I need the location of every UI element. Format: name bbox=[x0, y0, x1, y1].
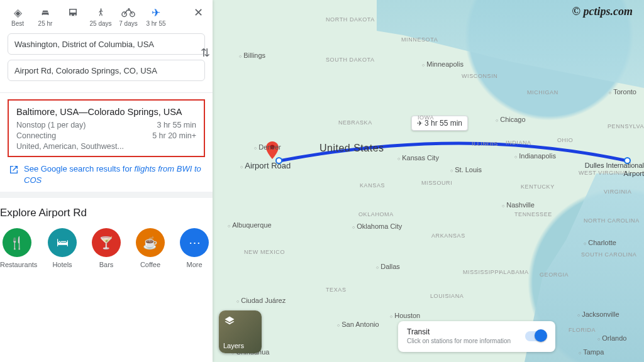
state-nd: NORTH DAKOTA bbox=[326, 16, 375, 23]
state-al: ALABAMA bbox=[499, 269, 529, 275]
open-in-new-icon bbox=[9, 165, 19, 175]
state-pa: PENNSYLVANIA bbox=[608, 123, 644, 129]
travel-mode-row: ◈ Best 25 hr 25 days bbox=[0, 0, 213, 32]
fork-knife-icon: 🍴 bbox=[9, 236, 25, 250]
transit-icon bbox=[59, 6, 87, 19]
google-flights-link[interactable]: See Google search results for flights fr… bbox=[0, 162, 213, 192]
swap-button[interactable]: ⇅ bbox=[195, 43, 215, 63]
state-ky: KENTUCKY bbox=[521, 184, 555, 190]
flight-summary-highlight[interactable]: Baltimore, USA—Colorado Springs, USA Non… bbox=[8, 99, 205, 157]
city-abq: Albuquerque bbox=[228, 221, 272, 229]
close-directions[interactable]: ✕ bbox=[187, 5, 209, 20]
state-sd: SOUTH DAKOTA bbox=[326, 57, 375, 63]
chip-label: More bbox=[179, 261, 210, 268]
state-ar: ARKANSAS bbox=[431, 233, 465, 239]
city-sanant: San Antonio bbox=[337, 321, 379, 328]
chip-label: Bars bbox=[91, 261, 122, 268]
cocktail-icon: 🍸 bbox=[99, 236, 114, 250]
city-hou: Houston bbox=[390, 312, 420, 319]
more-icon: ⋯ bbox=[189, 236, 201, 250]
great-lakes bbox=[377, 0, 644, 88]
origin-input[interactable]: Washington, District of Columbia, USA bbox=[8, 33, 205, 55]
airlines-list: United, American, Southwest... bbox=[16, 142, 196, 151]
chip-bars[interactable]: 🍸 Bars bbox=[91, 228, 122, 268]
mode-transit[interactable] bbox=[59, 5, 87, 21]
state-mo: MISSOURI bbox=[421, 180, 452, 186]
state-ok: OKLAHOMA bbox=[358, 211, 394, 217]
walk-icon bbox=[87, 6, 114, 19]
state-ia: IOWA bbox=[418, 114, 434, 121]
state-mi: MICHIGAN bbox=[527, 89, 558, 96]
connecting-time: 5 hr 20 min+ bbox=[152, 131, 196, 140]
city-billings: Billings bbox=[239, 52, 265, 59]
best-icon: ◈ bbox=[4, 6, 31, 19]
layers-label: Layers bbox=[223, 342, 244, 349]
state-ks: KANSAS bbox=[360, 182, 385, 189]
chip-label: Hotels bbox=[47, 261, 78, 268]
svg-point-4 bbox=[128, 8, 130, 10]
state-oh: OHIO bbox=[557, 137, 573, 143]
city-okc: Oklahoma City bbox=[352, 222, 402, 230]
route-inputs: Washington, District of Columbia, USA Ai… bbox=[0, 32, 213, 89]
explore-heading: Explore Airport Rd bbox=[0, 198, 213, 223]
transit-subtitle: Click on stations for more information bbox=[407, 337, 525, 344]
destination-pin bbox=[266, 141, 279, 159]
flights-link-text: See Google search results for flights fr… bbox=[24, 163, 204, 185]
city-dallas: Dallas bbox=[376, 263, 400, 270]
map-canvas[interactable]: ✈3 hr 55 min United States Airport Road … bbox=[213, 0, 644, 362]
city-toronto: Toronto bbox=[609, 88, 636, 96]
close-icon: ✕ bbox=[187, 6, 209, 19]
state-tx: TEXAS bbox=[326, 287, 347, 293]
nonstop-time: 3 hr 55 min bbox=[157, 121, 196, 129]
route-duration-bubble: ✈3 hr 55 min bbox=[411, 116, 468, 131]
plane-icon: ✈ bbox=[142, 6, 170, 19]
state-ms: MISSISSIPPI bbox=[463, 269, 501, 275]
mode-walk[interactable]: 25 days bbox=[87, 5, 114, 28]
city-kc: Kansas City bbox=[397, 154, 439, 162]
svg-point-0 bbox=[270, 145, 275, 150]
state-tn: TENNESSEE bbox=[514, 211, 552, 217]
state-il: ILLINOIS bbox=[472, 141, 498, 147]
city-juarez: Ciudad Juárez bbox=[236, 297, 286, 304]
plane-icon: ✈ bbox=[417, 119, 423, 127]
coffee-icon: ☕ bbox=[143, 236, 158, 250]
city-denver: Denver bbox=[254, 143, 281, 151]
section-separator bbox=[0, 192, 213, 198]
car-icon bbox=[31, 6, 59, 19]
chip-restaurants[interactable]: 🍴 Restaurants bbox=[0, 228, 34, 268]
chip-more[interactable]: ⋯ More bbox=[179, 228, 210, 268]
city-stl: St. Louis bbox=[450, 166, 482, 173]
mode-best[interactable]: ◈ Best bbox=[4, 5, 31, 28]
chip-label: Restaurants bbox=[0, 261, 34, 268]
explore-chips: 🍴 Restaurants 🛏 Hotels 🍸 Bars ☕ Coffee ⋯ bbox=[0, 223, 213, 268]
chip-coffee[interactable]: ☕ Coffee bbox=[135, 228, 166, 268]
bike-icon bbox=[114, 6, 142, 19]
divider bbox=[0, 92, 213, 93]
directions-panel: ◈ Best 25 hr 25 days bbox=[0, 0, 213, 362]
transit-title: Transit bbox=[407, 327, 525, 336]
state-nm: NEW MEXICO bbox=[244, 249, 285, 255]
mode-bike[interactable]: 7 days bbox=[114, 5, 142, 28]
route-destination-endpoint bbox=[624, 157, 631, 164]
layers-icon bbox=[224, 315, 235, 327]
mode-fly[interactable]: ✈ 3 hr 55 bbox=[142, 5, 170, 28]
origin-label: Airport Road bbox=[240, 161, 291, 170]
nonstop-label: Nonstop (1 per day) bbox=[16, 121, 86, 129]
destination-input[interactable]: Airport Rd, Colorado Springs, CO, USA bbox=[8, 60, 205, 81]
transit-toggle[interactable] bbox=[525, 331, 547, 341]
state-in: INDIANA bbox=[506, 140, 531, 146]
chip-hotels[interactable]: 🛏 Hotels bbox=[47, 228, 78, 268]
svg-point-1 bbox=[100, 9, 101, 10]
city-minneapolis: Minneapolis bbox=[422, 60, 464, 68]
city-chicago: Chicago bbox=[496, 116, 526, 123]
state-ne: NEBRASKA bbox=[338, 119, 372, 126]
mode-drive[interactable]: 25 hr bbox=[31, 5, 59, 28]
country-label: United States bbox=[319, 143, 384, 154]
connecting-label: Connecting bbox=[16, 131, 56, 140]
state-wi: WISCONSIN bbox=[462, 73, 497, 79]
city-indy: Indianapolis bbox=[514, 152, 556, 160]
city-nash: Nashville bbox=[502, 201, 535, 209]
layers-button[interactable]: Layers bbox=[219, 310, 262, 353]
chip-label: Coffee bbox=[135, 261, 166, 268]
transit-card: Transit Click on stations for more infor… bbox=[398, 321, 555, 352]
